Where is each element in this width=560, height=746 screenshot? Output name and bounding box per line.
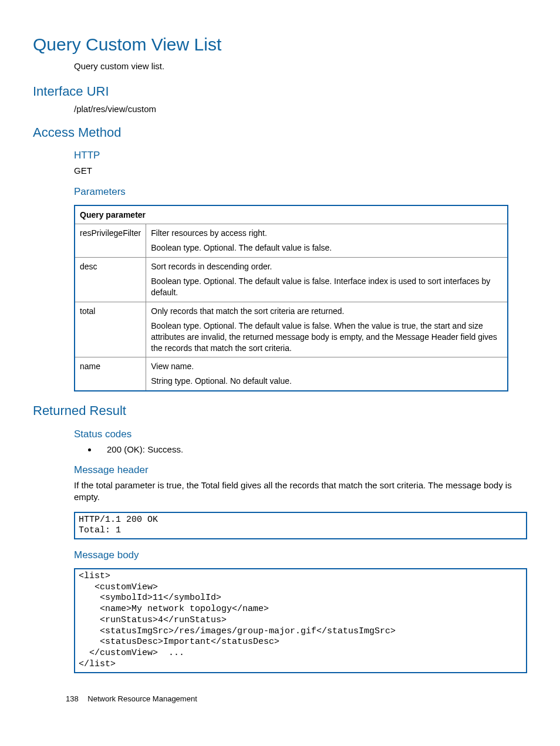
param-name: name	[75, 357, 146, 391]
param-desc: Only records that match the sort criteri…	[146, 302, 508, 357]
footer-section: Network Resource Management	[87, 694, 197, 703]
table-row: desc Sort records in descending order. B…	[75, 258, 508, 302]
param-name: desc	[75, 258, 146, 302]
table-row: name View name. String type. Optional. N…	[75, 357, 508, 391]
returned-result-heading: Returned Result	[33, 402, 527, 420]
table-row: total Only records that match the sort c…	[75, 302, 508, 357]
interface-uri-heading: Interface URI	[33, 83, 527, 100]
parameters-table-header: Query parameter	[75, 205, 508, 224]
access-method-heading: Access Method	[33, 124, 527, 141]
http-heading: HTTP	[74, 149, 527, 163]
page-title: Query Custom View List	[33, 33, 527, 57]
param-desc: Filter resources by access right. Boolea…	[146, 224, 508, 258]
table-row: resPrivilegeFilter Filter resources by a…	[75, 224, 508, 258]
status-code-item: 200 (OK): Success.	[97, 444, 527, 455]
param-name: total	[75, 302, 146, 357]
param-name: resPrivilegeFilter	[75, 224, 146, 258]
interface-uri-value: /plat/res/view/custom	[74, 103, 527, 115]
parameters-table: Query parameter resPrivilegeFilter Filte…	[74, 205, 508, 392]
message-body-heading: Message body	[74, 549, 527, 562]
param-desc: View name. String type. Optional. No def…	[146, 357, 508, 391]
status-codes-heading: Status codes	[74, 428, 527, 441]
message-header-heading: Message header	[74, 464, 527, 477]
http-method-value: GET	[74, 165, 527, 177]
message-header-text: If the total parameter is true, the Tota…	[74, 480, 527, 504]
page-footer: 138 Network Resource Management	[66, 694, 197, 704]
param-desc: Sort records in descending order. Boolea…	[146, 258, 508, 302]
message-body-code: <list> <customView> <symbolId>11</symbol…	[74, 568, 527, 673]
intro-text: Query custom view list.	[74, 60, 527, 72]
message-header-code: HTTP/1.1 200 OK Total: 1	[74, 512, 527, 540]
page-number: 138	[66, 694, 79, 703]
status-codes-list: 200 (OK): Success.	[74, 444, 527, 455]
parameters-heading: Parameters	[74, 185, 527, 199]
